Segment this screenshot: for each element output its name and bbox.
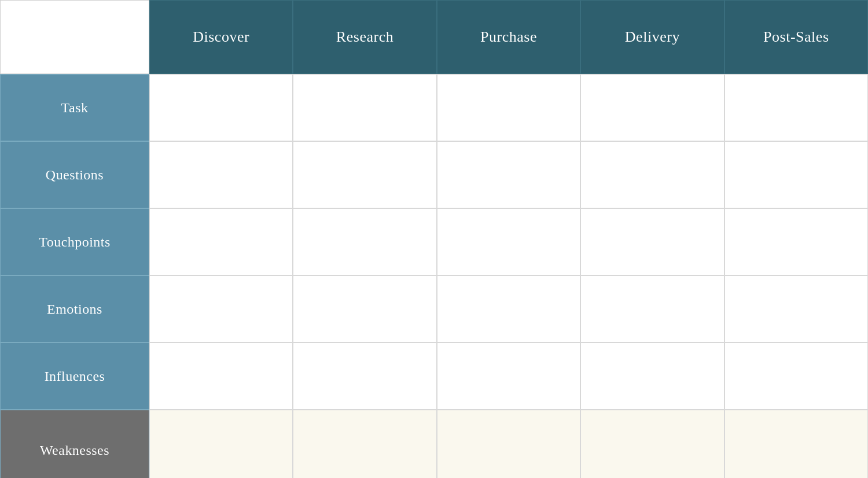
cell-task-research[interactable] <box>293 74 436 141</box>
cell-influences-post-sales[interactable] <box>724 343 868 410</box>
header-delivery: Delivery <box>580 0 724 74</box>
cell-influences-discover[interactable] <box>149 343 293 410</box>
cell-influences-delivery[interactable] <box>580 343 724 410</box>
cell-touchpoints-delivery[interactable] <box>580 208 724 275</box>
cell-influences-purchase[interactable] <box>437 343 580 410</box>
cell-questions-delivery[interactable] <box>580 141 724 208</box>
row-label-emotions: Emotions <box>0 275 149 343</box>
row-label-touchpoints: Touchpoints <box>0 208 149 275</box>
header-post-sales: Post-Sales <box>724 0 868 74</box>
cell-touchpoints-discover[interactable] <box>149 208 293 275</box>
header-purchase: Purchase <box>437 0 580 74</box>
cell-weaknesses-discover[interactable] <box>149 410 293 478</box>
cell-task-delivery[interactable] <box>580 74 724 141</box>
journey-map: Discover Research Purchase Delivery Post… <box>0 0 868 478</box>
cell-questions-post-sales[interactable] <box>724 141 868 208</box>
cell-task-discover[interactable] <box>149 74 293 141</box>
row-label-weaknesses: Weaknesses <box>0 410 149 478</box>
cell-influences-research[interactable] <box>293 343 436 410</box>
row-label-influences: Influences <box>0 343 149 410</box>
cell-emotions-purchase[interactable] <box>437 275 580 343</box>
cell-emotions-discover[interactable] <box>149 275 293 343</box>
row-label-questions: Questions <box>0 141 149 208</box>
cell-touchpoints-research[interactable] <box>293 208 436 275</box>
cell-emotions-post-sales[interactable] <box>724 275 868 343</box>
cell-weaknesses-research[interactable] <box>293 410 436 478</box>
cell-weaknesses-purchase[interactable] <box>437 410 580 478</box>
cell-task-post-sales[interactable] <box>724 74 868 141</box>
corner-cell <box>0 0 149 74</box>
header-research: Research <box>293 0 436 74</box>
cell-touchpoints-purchase[interactable] <box>437 208 580 275</box>
cell-emotions-delivery[interactable] <box>580 275 724 343</box>
cell-questions-purchase[interactable] <box>437 141 580 208</box>
cell-weaknesses-post-sales[interactable] <box>724 410 868 478</box>
row-label-task: Task <box>0 74 149 141</box>
header-discover: Discover <box>149 0 293 74</box>
cell-questions-discover[interactable] <box>149 141 293 208</box>
cell-emotions-research[interactable] <box>293 275 436 343</box>
cell-weaknesses-delivery[interactable] <box>580 410 724 478</box>
cell-touchpoints-post-sales[interactable] <box>724 208 868 275</box>
cell-task-purchase[interactable] <box>437 74 580 141</box>
cell-questions-research[interactable] <box>293 141 436 208</box>
